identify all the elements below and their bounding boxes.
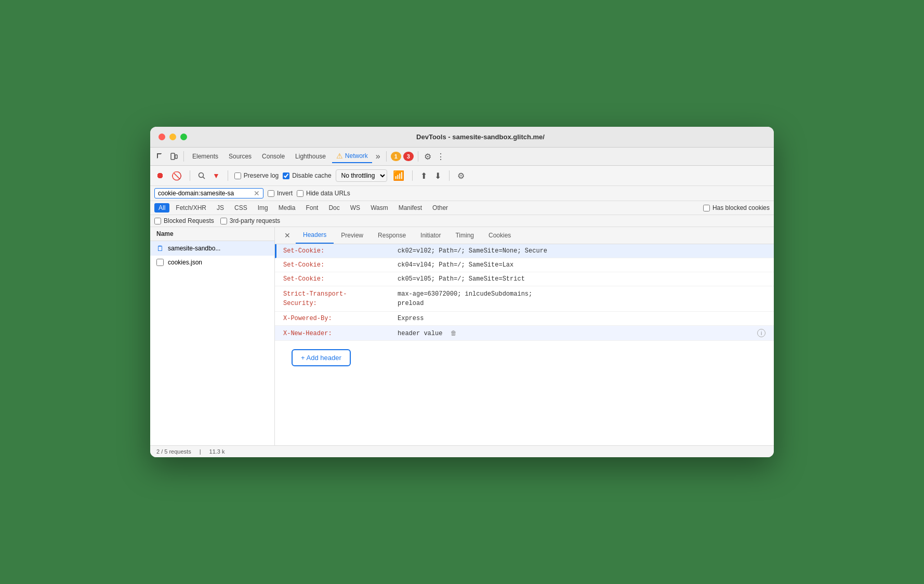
tab-response[interactable]: Response <box>371 228 413 243</box>
tab-lighthouse[interactable]: Lighthouse <box>291 151 330 162</box>
header-value: max-age=63072000; inlcudeSubdomains;prel… <box>398 289 765 308</box>
svg-rect-0 <box>157 153 157 158</box>
requests-count: 2 / 5 requests <box>156 448 191 455</box>
svg-rect-2 <box>157 154 158 158</box>
transfer-size: 11.3 k <box>209 448 225 455</box>
separator3 <box>418 151 418 162</box>
type-filter-wasm[interactable]: Wasm <box>366 203 392 213</box>
search-icon[interactable] <box>196 170 207 181</box>
cursor-icon[interactable] <box>154 151 166 162</box>
header-value: header value 🗑 <box>398 329 753 337</box>
extra-filters: Blocked Requests 3rd-party requests <box>150 215 774 227</box>
header-value: Express <box>398 315 765 322</box>
tab-sources[interactable]: Sources <box>225 151 256 162</box>
hide-data-urls-checkbox[interactable] <box>297 190 303 197</box>
tab-console[interactable]: Console <box>258 151 289 162</box>
header-name: Set-Cookie: <box>283 247 398 255</box>
separator5 <box>228 170 228 181</box>
import-icon[interactable]: ⬆ <box>419 169 429 182</box>
header-row: Set-Cookie: ck04=vl04; Path=/; SameSite=… <box>275 258 774 272</box>
export-icon[interactable]: ⬇ <box>433 169 443 182</box>
tab-headers[interactable]: Headers <box>296 227 334 244</box>
network-warning-icon: ⚠ <box>336 152 343 160</box>
header-name: Strict-Transport-Security: <box>283 289 398 308</box>
filter-bar: ✕ Invert Hide data URLs <box>150 186 774 201</box>
filter-input[interactable] <box>158 190 252 197</box>
file-checkbox[interactable] <box>156 259 164 266</box>
devtools-window: DevTools - samesite-sandbox.glitch.me/ E… <box>150 127 774 457</box>
close-detail-button[interactable]: ✕ <box>279 228 296 243</box>
type-filter-css[interactable]: CSS <box>230 203 252 213</box>
more-options-icon[interactable]: ⋮ <box>435 150 446 163</box>
tab-elements[interactable]: Elements <box>188 151 222 162</box>
blocked-requests-checkbox[interactable] <box>154 218 161 224</box>
status-bar: 2 / 5 requests | 11.3 k <box>150 445 774 457</box>
minimize-button[interactable] <box>169 134 176 140</box>
add-header-container: + Add header <box>275 341 367 375</box>
add-header-button[interactable]: + Add header <box>292 349 351 366</box>
type-filter-fetch-xhr[interactable]: Fetch/XHR <box>171 203 210 213</box>
invert-label[interactable]: Invert <box>268 190 293 197</box>
type-filter-img[interactable]: Img <box>254 203 272 213</box>
detail-panel: ✕ Headers Preview Response Initiator Tim… <box>275 227 774 445</box>
network-settings-icon[interactable]: ⚙ <box>456 169 466 182</box>
disable-cache-checkbox[interactable] <box>283 172 289 179</box>
disable-cache-label[interactable]: Disable cache <box>283 172 331 179</box>
document-icon: 🗒 <box>156 244 164 253</box>
has-blocked-cookies-label[interactable]: Has blocked cookies <box>703 204 770 211</box>
type-filter-doc[interactable]: Doc <box>324 203 344 213</box>
list-item[interactable]: cookies.json <box>150 256 274 269</box>
device-mode-icon[interactable] <box>168 151 179 162</box>
online-icon[interactable]: 📶 <box>391 168 406 183</box>
type-filter-js[interactable]: JS <box>213 203 228 213</box>
invert-checkbox[interactable] <box>268 190 274 197</box>
header-name: X-New-Header: <box>283 330 398 337</box>
titlebar: DevTools - samesite-sandbox.glitch.me/ <box>150 127 774 148</box>
header-row: X-New-Header: header value 🗑 i <box>275 326 774 341</box>
third-party-checkbox[interactable] <box>220 218 227 224</box>
clear-button[interactable]: 🚫 <box>170 169 183 182</box>
type-filter-media[interactable]: Media <box>274 203 300 213</box>
delete-header-icon[interactable]: 🗑 <box>451 330 457 337</box>
tab-preview[interactable]: Preview <box>334 228 371 243</box>
file-list-header: Name <box>150 227 274 241</box>
header-row: X-Powered-By: Express <box>275 312 774 326</box>
type-filter-ws[interactable]: WS <box>346 203 364 213</box>
more-tabs-icon[interactable]: » <box>374 150 382 163</box>
window-title: DevTools - samesite-sandbox.glitch.me/ <box>195 133 765 141</box>
separator2 <box>386 151 387 162</box>
preserve-log-checkbox[interactable] <box>234 172 241 179</box>
type-filter-font[interactable]: Font <box>301 203 322 213</box>
blocked-requests-label[interactable]: Blocked Requests <box>154 217 214 224</box>
header-row: Set-Cookie: ck05=vl05; Path=/; SameSite=… <box>275 272 774 286</box>
tab-initiator[interactable]: Initiator <box>413 228 448 243</box>
header-row: Set-Cookie: ck02=vl02; Path=/; SameSite=… <box>275 244 774 258</box>
settings-icon[interactable]: ⚙ <box>423 150 433 163</box>
separator6 <box>412 170 413 181</box>
hide-data-urls-label[interactable]: Hide data URLs <box>297 190 350 197</box>
record-button[interactable]: ⏺ <box>154 169 166 182</box>
svg-rect-1 <box>157 153 162 154</box>
svg-rect-3 <box>157 154 161 154</box>
tab-timing[interactable]: Timing <box>448 228 481 243</box>
third-party-label[interactable]: 3rd-party requests <box>220 217 280 224</box>
header-name: Set-Cookie: <box>283 261 398 269</box>
tab-cookies[interactable]: Cookies <box>481 228 518 243</box>
throttle-select[interactable]: No throttling <box>336 169 387 182</box>
has-blocked-cookies-checkbox[interactable] <box>703 205 710 211</box>
type-filter-manifest[interactable]: Manifest <box>394 203 426 213</box>
tab-network[interactable]: ⚠ Network <box>332 150 372 163</box>
list-item[interactable]: 🗒 samesite-sandbo... <box>150 241 274 256</box>
filter-icon[interactable]: ▼ <box>211 170 221 181</box>
preserve-log-label[interactable]: Preserve log <box>234 172 279 179</box>
filter-clear-button[interactable]: ✕ <box>254 190 260 197</box>
type-filter-all[interactable]: All <box>154 203 169 213</box>
type-filter-other[interactable]: Other <box>428 203 452 213</box>
close-button[interactable] <box>159 134 165 140</box>
header-row: Strict-Transport-Security: max-age=63072… <box>275 286 774 312</box>
separator4 <box>190 170 190 181</box>
svg-point-6 <box>199 173 204 178</box>
header-value: ck05=vl05; Path=/; SameSite=Strict <box>398 275 765 283</box>
info-icon[interactable]: i <box>757 329 765 337</box>
maximize-button[interactable] <box>180 134 187 140</box>
